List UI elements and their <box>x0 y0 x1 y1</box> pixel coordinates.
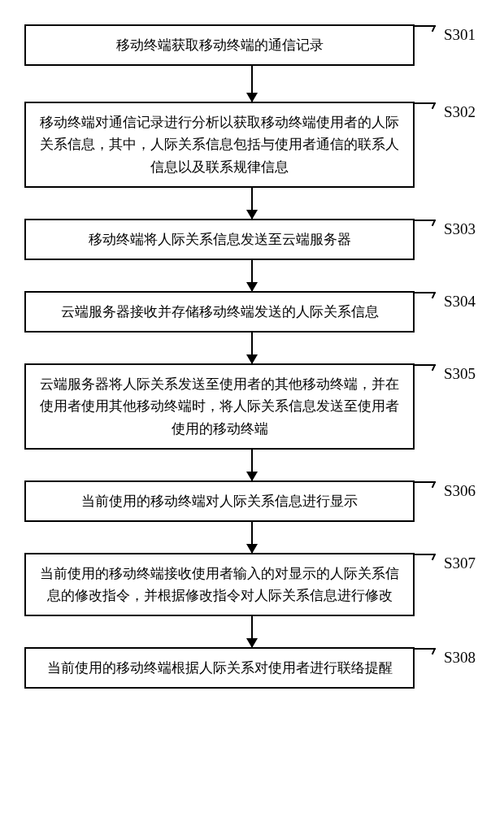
arrow-down <box>251 450 253 480</box>
step-row: 云端服务器将人际关系发送至使用者的其他移动终端，并在使用者使用其他移动终端时，将… <box>24 363 480 450</box>
arrow-down <box>251 260 253 291</box>
label-connector <box>413 554 436 562</box>
arrow-down <box>251 66 253 102</box>
step-row: 当前使用的移动终端根据人际关系对使用者进行联络提醒 S308 <box>24 647 480 689</box>
label-connector <box>413 25 436 33</box>
label-connector <box>413 292 436 300</box>
step-box-s306: 当前使用的移动终端对人际关系信息进行显示 S306 <box>24 480 415 522</box>
arrow-down <box>251 522 253 553</box>
step-row: 移动终端获取移动终端的通信记录 S301 <box>24 24 480 66</box>
arrow-down <box>251 616 253 647</box>
step-row: 云端服务器接收并存储移动终端发送的人际关系信息 S304 <box>24 291 480 333</box>
step-box-s305: 云端服务器将人际关系发送至使用者的其他移动终端，并在使用者使用其他移动终端时，将… <box>24 363 415 450</box>
label-connector <box>413 481 436 489</box>
step-text: 移动终端获取移动终端的通信记录 <box>116 34 324 56</box>
step-row: 当前使用的移动终端接收使用者输入的对显示的人际关系信息的修改指令，并根据修改指令… <box>24 553 480 616</box>
label-connector <box>413 648 436 656</box>
step-label: S307 <box>444 551 476 576</box>
step-box-s301: 移动终端获取移动终端的通信记录 S301 <box>24 24 415 66</box>
step-label: S302 <box>444 100 476 124</box>
step-text: 移动终端对通信记录进行分析以获取移动终端使用者的人际关系信息，其中，人际关系信息… <box>37 111 402 178</box>
step-label: S305 <box>444 362 476 386</box>
step-label: S304 <box>444 289 476 314</box>
label-connector <box>413 220 436 228</box>
step-text: 当前使用的移动终端接收使用者输入的对显示的人际关系信息的修改指令，并根据修改指令… <box>37 563 402 606</box>
step-box-s307: 当前使用的移动终端接收使用者输入的对显示的人际关系信息的修改指令，并根据修改指令… <box>24 553 415 616</box>
step-text: 当前使用的移动终端根据人际关系对使用者进行联络提醒 <box>47 657 393 679</box>
step-label: S306 <box>444 479 476 503</box>
step-text: 当前使用的移动终端对人际关系信息进行显示 <box>81 490 358 512</box>
step-box-s302: 移动终端对通信记录进行分析以获取移动终端使用者的人际关系信息，其中，人际关系信息… <box>24 102 415 188</box>
step-row: 当前使用的移动终端对人际关系信息进行显示 S306 <box>24 480 480 522</box>
step-label: S303 <box>444 217 476 241</box>
step-text: 云端服务器接收并存储移动终端发送的人际关系信息 <box>61 301 379 323</box>
step-box-s308: 当前使用的移动终端根据人际关系对使用者进行联络提醒 S308 <box>24 647 415 689</box>
step-text: 移动终端将人际关系信息发送至云端服务器 <box>89 228 351 250</box>
step-text: 云端服务器将人际关系发送至使用者的其他移动终端，并在使用者使用其他移动终端时，将… <box>37 373 402 440</box>
step-row: 移动终端将人际关系信息发送至云端服务器 S303 <box>24 219 480 260</box>
step-box-s303: 移动终端将人际关系信息发送至云端服务器 S303 <box>24 219 415 260</box>
flowchart-container: 移动终端获取移动终端的通信记录 S301 移动终端对通信记录进行分析以获取移动终… <box>0 0 504 705</box>
step-label: S301 <box>444 23 476 47</box>
label-connector <box>413 364 436 372</box>
step-row: 移动终端对通信记录进行分析以获取移动终端使用者的人际关系信息，其中，人际关系信息… <box>24 102 480 188</box>
step-box-s304: 云端服务器接收并存储移动终端发送的人际关系信息 S304 <box>24 291 415 333</box>
arrow-down <box>251 188 253 219</box>
label-connector <box>413 102 436 111</box>
step-label: S308 <box>444 646 476 670</box>
arrow-down <box>251 333 253 363</box>
